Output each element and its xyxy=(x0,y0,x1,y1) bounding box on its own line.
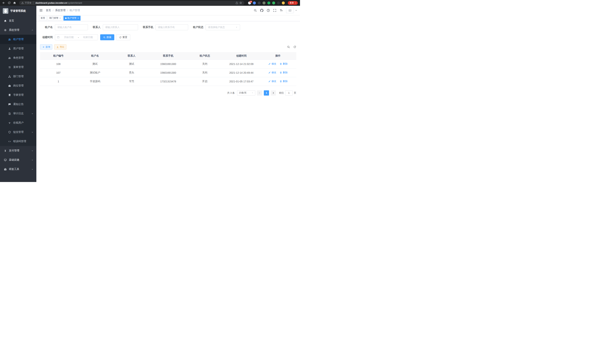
sidebar-item-devtool[interactable]: 研发工具 xyxy=(0,165,36,174)
refresh-table-icon[interactable] xyxy=(293,46,296,48)
sidebar-item-label: 研发工具 xyxy=(9,168,19,171)
page-content: 租户名 请输入租户名 联系人 请输入联系人 联系手机 请输入联系手机 xyxy=(36,21,300,182)
reset-button[interactable]: 重置 xyxy=(116,34,130,40)
breadcrumb-separator: / xyxy=(53,9,53,12)
extension-icon-3[interactable] xyxy=(258,1,261,4)
tenant-name-input[interactable]: 请输入租户名 xyxy=(55,24,88,30)
sidebar-item-online-user[interactable]: 在线用户 xyxy=(0,118,36,127)
sidebar-item-label: 角色管理 xyxy=(13,56,24,60)
tab-dept[interactable]: 部门管理 × xyxy=(48,16,63,21)
header-search-icon[interactable] xyxy=(254,9,257,12)
sidebar-item-menu[interactable]: 菜单管理 xyxy=(0,63,36,72)
chevron-left-icon xyxy=(258,92,261,94)
page-1-button[interactable]: 1 xyxy=(264,90,269,95)
page-size-select[interactable]: 10条/页 xyxy=(237,90,255,95)
cell-tenant-name: 测试租户 xyxy=(77,68,113,77)
extension-icon-6[interactable] xyxy=(272,1,275,4)
sidebar-item-label: 错误码管理 xyxy=(13,140,26,143)
tab-tenant[interactable]: 租户管理 × xyxy=(64,16,81,21)
toggle-search-icon[interactable] xyxy=(287,46,290,48)
sidebar-item-notice[interactable]: 通知公告 xyxy=(0,100,36,109)
contact-label: 联系人 xyxy=(93,26,101,29)
tabs-bar: 首页 部门管理 × 租户管理 × xyxy=(36,15,300,21)
extension-icon-8[interactable] xyxy=(282,1,285,4)
help-icon[interactable] xyxy=(267,9,270,12)
url-domain: dashboard.yudao.iocoder.cn xyxy=(36,2,67,4)
next-page-button[interactable] xyxy=(271,90,276,95)
font-size-icon[interactable] xyxy=(280,9,283,12)
sidebar-item-pay[interactable]: 支付管理 xyxy=(0,146,36,155)
total-count: 共 3 条 xyxy=(227,91,235,95)
cell-contact: 秃头 xyxy=(113,68,150,77)
sidebar-item-audit-log[interactable]: 审计日志 xyxy=(0,109,36,118)
edit-link[interactable]: 修改 xyxy=(268,80,276,83)
contact-input[interactable]: 请输入联系人 xyxy=(103,24,138,30)
col-tenant-name: 租户名 xyxy=(77,52,113,60)
browser-update-button[interactable]: 更新 xyxy=(288,1,298,5)
delete-link[interactable]: 删除 xyxy=(280,71,288,74)
contact-placeholder: 请输入联系人 xyxy=(105,26,120,29)
avatar xyxy=(286,8,294,13)
goto-label: 前往 xyxy=(279,91,284,95)
app-logo[interactable]: 芋道管理系统 xyxy=(0,6,36,16)
reload-icon[interactable] xyxy=(8,1,11,4)
sidebar-toggle-icon[interactable] xyxy=(39,9,43,12)
sidebar-item-dict[interactable]: 字典管理 xyxy=(0,90,36,100)
status-select[interactable]: 请选择租户状态 xyxy=(206,24,240,30)
sidebar-item-user[interactable]: 用户管理 xyxy=(0,44,36,53)
fullscreen-icon[interactable] xyxy=(273,9,276,12)
search-button-label: 搜索 xyxy=(106,36,111,39)
col-phone: 联系手机 xyxy=(150,52,187,60)
filter-row-2: 创建时间 开始日期 - 结束日期 搜索 重置 xyxy=(40,34,296,40)
search-button[interactable]: 搜索 xyxy=(100,34,114,40)
create-time-range-picker[interactable]: 开始日期 - 结束日期 xyxy=(55,34,98,40)
sidebar-item-tenant[interactable]: 租户管理 xyxy=(0,35,36,44)
extension-icon-2[interactable] xyxy=(253,1,256,4)
share-icon[interactable] xyxy=(235,1,238,4)
sidebar-item-dept[interactable]: 部门管理 xyxy=(0,72,36,81)
extension-icon-1[interactable]: 10 xyxy=(248,1,251,4)
sidebar-item-post[interactable]: 岗位管理 xyxy=(0,81,36,90)
add-button[interactable]: 新增 xyxy=(40,44,52,49)
bookmark-star-icon[interactable] xyxy=(239,1,242,4)
breadcrumb-system[interactable]: 系统管理 xyxy=(55,9,66,12)
tab-label: 租户管理 xyxy=(67,17,76,20)
browser-home-icon[interactable] xyxy=(13,1,16,4)
table-toolbar: 新增 导出 xyxy=(40,44,296,49)
sidebar-item-home[interactable]: 首页 xyxy=(0,16,36,25)
goto-page-input[interactable]: 1 xyxy=(285,90,293,95)
edit-link[interactable]: 修改 xyxy=(268,62,276,65)
col-create-time: 创建时间 xyxy=(223,52,260,60)
tenant-name-label: 租户名 xyxy=(40,26,53,29)
sidebar-item-error-code[interactable]: 错误码管理 xyxy=(0,137,36,146)
user-menu[interactable] xyxy=(286,8,297,13)
logo-image xyxy=(3,8,8,14)
github-icon[interactable] xyxy=(260,9,263,12)
sidebar-item-system[interactable]: 系统管理 xyxy=(0,25,36,35)
sidebar-item-infra[interactable]: 基础设施 xyxy=(0,155,36,165)
back-icon[interactable] xyxy=(2,1,5,4)
breadcrumb-home[interactable]: 首页 xyxy=(46,9,51,12)
edit-link[interactable]: 修改 xyxy=(268,71,276,74)
address-bar[interactable]: 不安全 dashboard.yudao.iocoder.cn/system/te… xyxy=(19,1,244,5)
extension-icon-5[interactable] xyxy=(267,1,270,4)
breadcrumb: 首页 / 系统管理 / 租户管理 xyxy=(46,9,80,12)
sidebar-item-role[interactable]: 角色管理 xyxy=(0,53,36,63)
close-icon[interactable]: × xyxy=(77,17,79,19)
chevron-right-icon xyxy=(272,92,274,94)
phone-input[interactable]: 请输入联系手机 xyxy=(155,24,188,30)
sidebar-item-label: 部门管理 xyxy=(13,75,24,78)
reset-refresh-icon xyxy=(119,36,122,38)
chevron-up-icon xyxy=(31,29,34,31)
tab-home[interactable]: 首页 xyxy=(39,16,47,21)
update-label: 更新 xyxy=(290,1,294,4)
end-date-placeholder: 结束日期 xyxy=(80,36,96,39)
extension-icon-7[interactable] xyxy=(277,1,280,4)
close-icon[interactable]: × xyxy=(59,17,61,19)
export-button[interactable]: 导出 xyxy=(54,44,66,49)
prev-page-button[interactable] xyxy=(257,90,262,95)
extension-icon-4[interactable] xyxy=(262,1,265,4)
delete-link[interactable]: 删除 xyxy=(280,80,288,83)
delete-link[interactable]: 删除 xyxy=(280,62,288,65)
sidebar-item-sms[interactable]: 短信管理 xyxy=(0,127,36,137)
